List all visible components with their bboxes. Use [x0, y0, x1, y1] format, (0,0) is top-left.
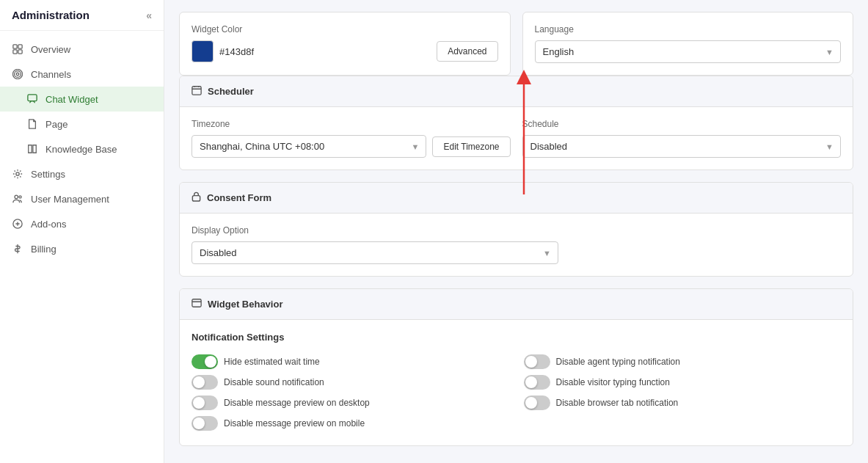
svg-rect-12: [192, 87, 201, 95]
notif-text-disable-browser-tab: Disable browser tab notification: [556, 398, 679, 408]
edit-timezone-button[interactable]: Edit Timezone: [432, 136, 510, 157]
sidebar-item-chat-widget[interactable]: Chat Widget: [0, 87, 164, 112]
svg-rect-7: [28, 95, 37, 101]
toggle-disable-msg-desktop[interactable]: [192, 395, 218, 410]
notif-text-disable-agent-typing: Disable agent typing notification: [556, 357, 680, 367]
timezone-select-wrapper: Shanghai, China UTC +08:00 UTC ▼: [192, 135, 426, 158]
schedule-select[interactable]: Disabled Enabled: [522, 135, 842, 158]
toggle-disable-sound[interactable]: [192, 375, 218, 390]
svg-point-9: [15, 195, 18, 198]
notification-grid: Hide estimated wait time Disable sound n…: [192, 351, 841, 434]
sidebar-item-overview[interactable]: Overview: [0, 37, 164, 62]
sidebar-item-overview-label: Overview: [31, 44, 70, 55]
sidebar-nav: Overview Channels Chat Widget: [0, 31, 164, 463]
svg-point-10: [19, 196, 21, 198]
sidebar-item-page-label: Page: [45, 119, 68, 130]
radio-icon: [12, 68, 23, 80]
sidebar-item-user-management[interactable]: User Management: [0, 186, 164, 211]
sidebar-item-channels-label: Channels: [31, 69, 71, 80]
notification-settings-label: Notification Settings: [192, 332, 841, 343]
toggle-hide-wait-time[interactable]: [192, 354, 218, 369]
scheduler-icon: [192, 85, 202, 98]
timezone-field: Timezone Shanghai, China UTC +08:00 UTC …: [192, 119, 511, 158]
widget-color-label: Widget Color: [192, 24, 498, 34]
toggle-disable-agent-typing[interactable]: [524, 354, 550, 369]
language-select[interactable]: English Chinese Spanish: [535, 40, 842, 63]
sidebar-title: Administration: [12, 9, 90, 21]
notification-settings: Notification Settings Hide estimated wai…: [180, 320, 853, 445]
notif-row-disable-sound: Disable sound notification: [192, 372, 509, 393]
sidebar-item-add-ons[interactable]: Add-ons: [0, 211, 164, 236]
color-swatch[interactable]: [192, 40, 214, 62]
consent-form-title: Consent Form: [207, 192, 271, 203]
svg-point-5: [15, 71, 21, 78]
book-icon: [26, 143, 38, 155]
svg-rect-2: [13, 50, 17, 54]
content-area: Widget Color #143d8f Advanced Language E…: [164, 0, 868, 463]
display-option-select-wrapper: Disabled Enabled ▼: [192, 241, 558, 264]
file-icon: [26, 118, 38, 130]
sidebar-item-settings[interactable]: Settings: [0, 161, 164, 186]
notif-text-disable-msg-desktop: Disable message preview on desktop: [224, 398, 370, 408]
notif-text-disable-visitor-typing: Disable visitor typing function: [556, 377, 670, 387]
sidebar-item-user-management-label: User Management: [31, 194, 109, 205]
grid-icon: [12, 43, 23, 55]
language-card: Language English Chinese Spanish ▼: [522, 12, 854, 76]
color-hex-value: #143d8f: [219, 46, 431, 57]
svg-point-4: [16, 73, 19, 76]
scheduler-grid: Timezone Shanghai, China UTC +08:00 UTC …: [192, 119, 841, 158]
consent-form-header: Consent Form: [180, 183, 853, 214]
schedule-select-wrapper: Disabled Enabled ▼: [522, 135, 842, 158]
svg-rect-13: [192, 196, 200, 201]
notif-right-col: Disable agent typing notification Disabl…: [524, 351, 842, 434]
notif-text-hide-wait-time: Hide estimated wait time: [224, 357, 320, 367]
display-option-field: Display Option Disabled Enabled ▼: [192, 225, 841, 264]
toggle-disable-visitor-typing[interactable]: [524, 375, 550, 390]
widget-behavior-title: Widget Behavior: [208, 299, 282, 310]
display-option-label: Display Option: [192, 225, 841, 236]
sidebar-item-page[interactable]: Page: [0, 112, 164, 136]
settings-icon: [12, 168, 23, 180]
sidebar-item-channels[interactable]: Channels: [0, 62, 164, 87]
svg-rect-1: [18, 45, 22, 48]
sidebar-item-knowledge-base-label: Knowledge Base: [45, 144, 117, 155]
notif-row-disable-msg-desktop: Disable message preview on desktop: [192, 393, 509, 413]
toggle-disable-browser-tab[interactable]: [524, 395, 550, 410]
notif-row-disable-browser-tab: Disable browser tab notification: [524, 393, 842, 413]
advanced-button[interactable]: Advanced: [437, 41, 497, 62]
sidebar-item-settings-label: Settings: [31, 169, 65, 180]
toggle-disable-msg-mobile[interactable]: [192, 416, 218, 431]
svg-rect-0: [13, 45, 17, 48]
language-label: Language: [535, 24, 842, 34]
notif-row-disable-msg-mobile: Disable message preview on mobile: [192, 413, 509, 434]
lock-icon: [192, 192, 201, 204]
widget-color-card: Widget Color #143d8f Advanced: [179, 12, 511, 76]
sidebar-header: Administration «: [0, 0, 164, 31]
display-option-select[interactable]: Disabled Enabled: [192, 241, 558, 264]
widget-behavior-header: Widget Behavior: [180, 289, 853, 320]
dollar-icon: [12, 243, 23, 255]
notif-text-disable-msg-mobile: Disable message preview on mobile: [224, 418, 365, 429]
sidebar: Administration « Overview Channels: [0, 0, 164, 463]
sidebar-item-billing[interactable]: Billing: [0, 236, 164, 261]
plus-circle-icon: [12, 218, 23, 230]
notif-row-disable-visitor-typing: Disable visitor typing function: [524, 372, 842, 393]
widget-behavior-icon: [192, 298, 202, 310]
sidebar-item-billing-label: Billing: [31, 244, 56, 255]
main-content: Widget Color #143d8f Advanced Language E…: [164, 0, 868, 463]
sidebar-item-knowledge-base[interactable]: Knowledge Base: [0, 136, 164, 161]
sidebar-item-add-ons-label: Add-ons: [31, 219, 66, 230]
svg-rect-3: [18, 50, 22, 54]
schedule-label: Schedule: [522, 119, 842, 129]
timezone-label: Timezone: [192, 119, 511, 129]
collapse-icon[interactable]: «: [146, 10, 152, 21]
top-bar-row: Widget Color #143d8f Advanced Language E…: [179, 12, 853, 76]
notif-text-disable-sound: Disable sound notification: [224, 377, 324, 387]
timezone-select[interactable]: Shanghai, China UTC +08:00 UTC: [192, 135, 426, 158]
consent-form-body: Display Option Disabled Enabled ▼: [180, 214, 853, 276]
scheduler-section: Scheduler Timezone Shanghai, China UTC +…: [179, 76, 853, 170]
notif-left-col: Hide estimated wait time Disable sound n…: [192, 351, 509, 434]
notif-row-disable-agent-typing: Disable agent typing notification: [524, 351, 842, 372]
sidebar-item-chat-widget-label: Chat Widget: [45, 94, 98, 105]
notif-row-hide-wait-time: Hide estimated wait time: [192, 351, 509, 372]
